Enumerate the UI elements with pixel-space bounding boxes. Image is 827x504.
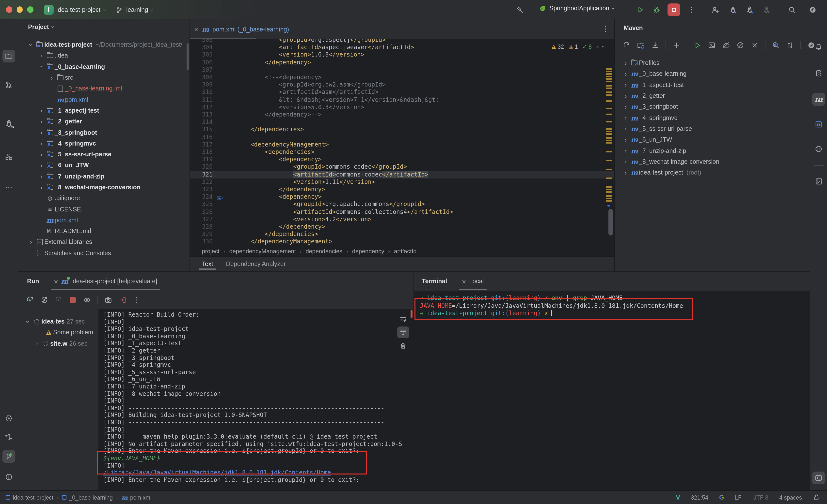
editor-scrollbar-thumb[interactable] [609,209,613,235]
run-configuration-selector[interactable]: SpringbootApplication › [537,3,616,14]
terminal-tool-button[interactable] [812,471,825,484]
skip-tests-icon[interactable] [734,39,746,51]
project-tree-item--idea[interactable]: ›.idea [18,50,190,61]
chevron-collapsed-icon[interactable]: › [37,118,45,125]
maven-tree-item--2-getter[interactable]: ›m_2_getter [615,91,810,102]
editor-options-kebab[interactable] [601,25,610,33]
chevron-collapsed-icon[interactable]: › [37,140,45,147]
project-tree-item-scratches-and-consoles[interactable]: Scratches and Consoles [18,247,190,259]
terminal-tab-local[interactable]: × Local [459,272,487,291]
status-crumb--0-base-learning[interactable]: _0_base-learning [62,494,113,500]
profiler-rocket-run-icon[interactable] [727,3,739,16]
window-close-button[interactable] [6,7,12,13]
chevron-collapsed-icon[interactable]: › [622,158,630,165]
execute-maven-goal-icon[interactable] [706,39,718,51]
chevron-expanded-icon[interactable]: › [38,63,45,70]
scroll-to-end-icon[interactable] [397,327,409,338]
generate-sources-icon[interactable] [635,39,647,51]
lock-open-icon[interactable] [813,494,820,501]
status-item-321-54[interactable]: 321:54 [691,494,708,500]
breadcrumb-item-artifactId[interactable]: artifactId [394,248,417,255]
status-item-lf[interactable]: LF [735,494,742,500]
project-tree-item-idea-test-project[interactable]: ›idea-test-project~/Documents/project_id… [18,39,190,50]
chevron-collapsed-icon[interactable]: › [622,147,630,154]
project-tree-item--6-un-jtw[interactable]: ›_6_un_JTW [18,160,190,171]
project-tree-item--1-aspectj-test[interactable]: ›_1_aspectj-test [18,105,190,116]
project-tree-item-src[interactable]: ›src [18,72,190,83]
chevron-collapsed-icon[interactable]: › [37,173,45,180]
soft-wrap-icon[interactable] [397,313,409,325]
close-icon[interactable]: × [462,277,466,285]
project-tree-item--2-getter[interactable]: ›_2_getter [18,116,190,127]
chevron-collapsed-icon[interactable]: › [37,129,45,136]
expand-all-icon[interactable] [784,39,796,51]
stop-icon[interactable] [67,294,79,306]
close-icon[interactable]: × [54,277,58,285]
breadcrumb-item-dependencies[interactable]: dependencies [306,248,342,255]
chevron-collapsed-icon[interactable]: › [37,151,45,158]
close-icon[interactable]: × [194,25,198,34]
maven-tree-item-idea-test-project[interactable]: ›midea-test-project(root) [615,167,810,178]
maven-tree-item--4-springmvc[interactable]: ›m_4_springmvc [615,112,810,123]
google-translate-icon[interactable]: G [719,494,724,501]
thread-dump-camera-icon[interactable] [102,294,114,306]
chevron-expanded-icon[interactable]: › [25,318,32,326]
maven-tree-item--5-ss-ssr-url-parse[interactable]: ›m_5_ss-ssr-url-parse [615,123,810,134]
search-everywhere-button[interactable] [786,3,798,16]
plugins-tool-button[interactable] [812,143,825,155]
project-tree-item--4-springmvc[interactable]: ›_4_springmvc [18,138,190,149]
breadcrumb-item-dependencyManagement[interactable]: dependencyManagement [229,248,296,255]
profiler-rocket-settings-icon[interactable] [743,3,756,16]
project-tree-item--gitignore[interactable]: ⊘.gitignore [18,193,190,204]
tab-dependency-analyzer[interactable]: Dependency Analyzer [226,257,286,271]
rerun-with-settings-icon[interactable] [38,294,50,306]
chevron-collapsed-icon[interactable]: › [37,107,45,114]
run-tree-item-1[interactable]: Some problem [18,327,98,338]
project-widget[interactable]: I idea-test-project › [40,3,109,16]
prev-problem-chevron[interactable]: › [594,46,600,48]
chevron-collapsed-icon[interactable]: › [622,59,630,67]
editor-tab-pom-xml[interactable]: × m pom.xml (_0_base-learning) [190,19,294,39]
code-with-me-add-user-button[interactable] [709,3,722,16]
run-button[interactable] [634,3,647,16]
dependency-analyzer-icon[interactable] [770,39,782,51]
database-tool-button[interactable] [812,67,825,80]
breadcrumb-item-project[interactable]: project [202,248,220,255]
tab-text[interactable]: Text [202,257,213,271]
project-tree-item--0-base-learning[interactable]: ›_0_base-learning [18,61,190,72]
v-plugin-icon[interactable]: V [676,494,680,501]
more-tool-windows-button[interactable] [2,181,15,194]
breadcrumb-item-dependency[interactable]: dependency [352,248,384,255]
chevron-collapsed-icon[interactable]: › [622,70,630,78]
chevron-collapsed-icon[interactable]: › [37,184,45,191]
documentation-tool-button[interactable]: A [812,175,825,188]
stop-button[interactable] [668,3,680,16]
project-tree-item--3-springboot[interactable]: ›_3_springboot [18,127,190,138]
maven-tool-button[interactable]: m [812,93,825,106]
hex-viewer-tool-button[interactable] [812,118,825,131]
download-sources-icon[interactable] [649,39,661,51]
code-editor[interactable]: 303 <groupId>org.aspectj</groupId>304 <a… [190,39,614,246]
run-maven-build-icon[interactable] [692,39,703,51]
chevron-expanded-icon[interactable]: › [27,41,35,49]
maven-tree-item--1-aspectj-test[interactable]: ›m_1_aspectJ-Test [615,79,810,91]
run-tab[interactable]: × m idea-test-project [help:evaluate] [51,272,160,291]
jrebel-tool-button[interactable]: JR [2,117,15,130]
maven-tree-item--0-base-learning[interactable]: ›m_0_base-learning [615,69,810,80]
maven-tree-item--8-wechat-image-conversion[interactable]: ›m_8_wechat-image-conversion [615,156,810,167]
chevron-collapsed-icon[interactable]: › [27,238,35,246]
chevron-down-icon[interactable]: › [50,26,55,28]
project-tree-item--8-wechat-image-conversion[interactable]: ›_8_wechat-image-conversion [18,182,190,193]
project-tree-item-external-libraries[interactable]: ›External Libraries [18,237,190,248]
chevron-collapsed-icon[interactable]: › [33,340,41,347]
chevron-collapsed-icon[interactable]: › [37,52,45,59]
branch-widget[interactable]: learning › [112,4,157,15]
maven-settings-icon[interactable] [805,39,817,51]
project-tree-item-readme-md[interactable]: M↓README.md [18,226,190,237]
run-tool-button[interactable] [2,450,15,463]
inspections-widget[interactable]: 321✓8›› [551,43,605,50]
run-tree-item-2[interactable]: ›site.w26 sec [18,338,98,349]
rerun-icon[interactable] [24,294,36,306]
debug-button[interactable] [650,3,663,16]
window-zoom-button[interactable] [27,7,33,13]
